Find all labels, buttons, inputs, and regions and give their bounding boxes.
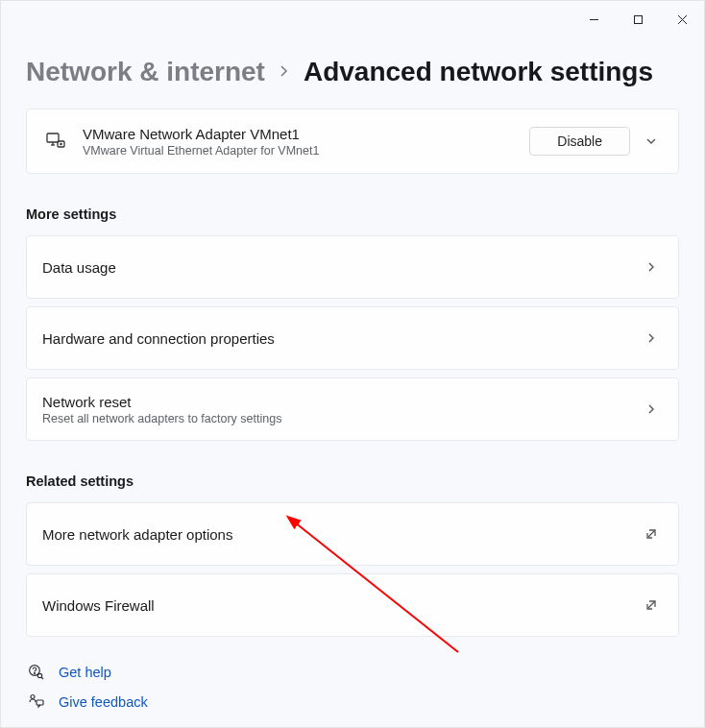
network-adapter-card[interactable]: VMware Network Adapter VMnet1 VMware Vir…: [26, 109, 679, 174]
row-hardware-properties[interactable]: Hardware and connection properties: [26, 306, 679, 370]
section-related-settings: Related settings: [26, 473, 679, 489]
computer-network-icon: [42, 133, 69, 150]
adapter-title: VMware Network Adapter VMnet1: [83, 126, 529, 142]
svg-point-13: [31, 695, 35, 699]
chevron-right-icon: [640, 331, 663, 345]
row-adapter-options[interactable]: More network adapter options: [26, 502, 679, 566]
row-label: Network reset: [42, 394, 640, 410]
external-link-icon: [640, 527, 663, 541]
chevron-right-icon: [640, 260, 663, 274]
breadcrumb-parent[interactable]: Network & internet: [26, 57, 265, 87]
chevron-right-icon: [640, 402, 663, 416]
link-label: Get help: [59, 665, 111, 680]
minimize-button[interactable]: [571, 5, 616, 34]
row-sublabel: Reset all network adapters to factory se…: [42, 412, 640, 425]
row-label: More network adapter options: [42, 526, 640, 543]
disable-button[interactable]: Disable: [529, 127, 630, 156]
link-label: Give feedback: [59, 694, 148, 710]
close-button[interactable]: [660, 5, 704, 34]
chevron-down-icon[interactable]: [640, 134, 663, 148]
row-data-usage[interactable]: Data usage: [26, 235, 679, 299]
svg-point-8: [61, 143, 61, 144]
feedback-icon: [26, 693, 45, 710]
row-label: Windows Firewall: [42, 597, 640, 614]
row-windows-firewall[interactable]: Windows Firewall: [26, 573, 679, 637]
section-more-settings: More settings: [26, 206, 679, 222]
page-title: Advanced network settings: [304, 57, 653, 87]
row-label: Data usage: [42, 259, 640, 276]
svg-line-12: [41, 677, 43, 679]
maximize-button[interactable]: [616, 5, 660, 34]
row-label: Hardware and connection properties: [42, 330, 640, 347]
svg-rect-1: [634, 15, 642, 23]
window-titlebar: [1, 1, 704, 37]
chevron-right-icon: [279, 63, 290, 81]
adapter-subtitle: VMware Virtual Ethernet Adapter for VMne…: [83, 144, 529, 158]
svg-rect-14: [36, 700, 43, 705]
svg-rect-4: [47, 133, 59, 142]
give-feedback-link[interactable]: Give feedback: [26, 693, 679, 710]
row-network-reset[interactable]: Network reset Reset all network adapters…: [26, 377, 679, 441]
svg-point-10: [34, 673, 35, 674]
breadcrumb: Network & internet Advanced network sett…: [26, 57, 679, 87]
get-help-link[interactable]: Get help: [26, 664, 679, 680]
help-icon: [26, 664, 45, 680]
external-link-icon: [640, 598, 663, 612]
